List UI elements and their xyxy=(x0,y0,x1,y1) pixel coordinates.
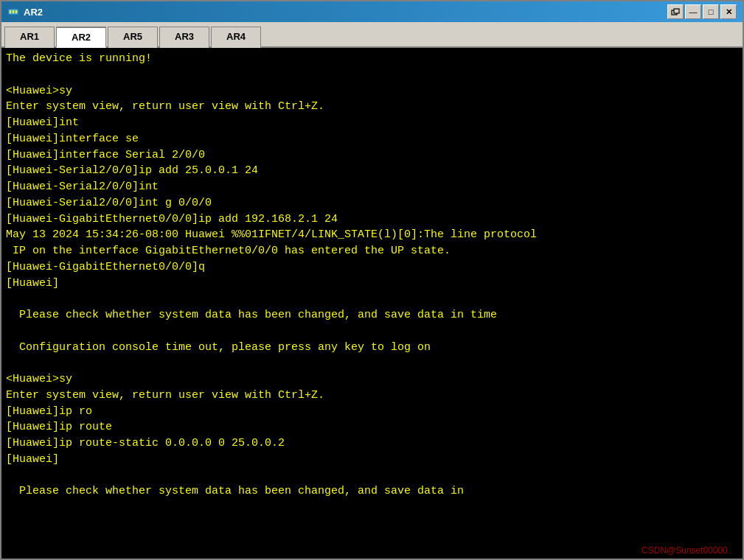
terminal-output[interactable]: The device is running! <Huawei>sy Enter … xyxy=(1,48,743,559)
window-controls: — □ ✕ xyxy=(667,4,737,19)
tab-AR4[interactable]: AR4 xyxy=(211,27,261,48)
window-title: AR2 xyxy=(24,7,43,18)
tab-AR1[interactable]: AR1 xyxy=(4,27,55,48)
svg-rect-3 xyxy=(15,10,17,13)
main-window: AR2 — □ ✕ AR1 AR2 AR5 AR3 AR4 The device… xyxy=(0,0,744,560)
tab-bar: AR1 AR2 AR5 AR3 AR4 xyxy=(1,22,743,48)
title-bar-left: AR2 xyxy=(7,6,43,18)
close-button[interactable]: ✕ xyxy=(720,4,737,19)
title-bar: AR2 — □ ✕ xyxy=(1,1,743,22)
svg-rect-1 xyxy=(10,10,11,13)
svg-rect-2 xyxy=(13,10,14,13)
watermark: CSDN@Sunset00000 xyxy=(642,545,728,556)
svg-rect-5 xyxy=(674,9,679,13)
maximize-button[interactable]: □ xyxy=(703,4,719,19)
app-icon xyxy=(7,6,19,18)
tab-AR2[interactable]: AR2 xyxy=(56,27,106,48)
minimize-button[interactable]: — xyxy=(685,4,701,19)
tab-AR3[interactable]: AR3 xyxy=(159,27,209,48)
restore-button[interactable] xyxy=(667,4,684,19)
terminal-content: The device is running! <Huawei>sy Enter … xyxy=(6,51,738,500)
tab-AR5[interactable]: AR5 xyxy=(108,27,158,48)
